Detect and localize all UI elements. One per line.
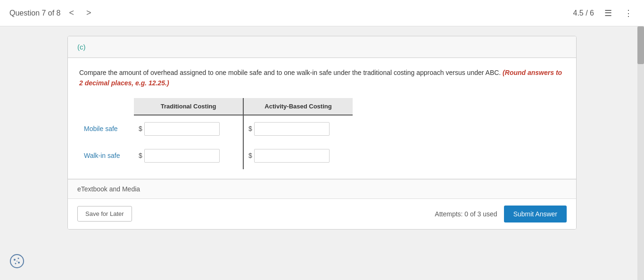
mobile-safe-abc-cell: $ — [243, 115, 353, 142]
question-card: (c) Compare the amount of overhead assig… — [67, 36, 577, 230]
prev-question-button[interactable]: < — [66, 6, 78, 20]
walkin-safe-traditional-input[interactable] — [144, 149, 220, 163]
part-label: (c) — [77, 43, 86, 51]
scrollbar-thumb[interactable] — [637, 26, 644, 64]
submit-answer-button[interactable]: Submit Answer — [504, 206, 567, 222]
top-bar: Question 7 of 8 < > 4.5 / 6 ☰ ⋮ — [0, 0, 644, 26]
question-title: Question 7 of 8 — [9, 9, 61, 17]
attempts-text: Attempts: 0 of 3 used — [435, 210, 497, 218]
walkin-safe-label: Walk-in safe — [79, 142, 134, 169]
dollar-sign-1: $ — [139, 125, 142, 132]
question-body: Compare the amount of overhead assigned … — [68, 58, 576, 179]
footer-right: Attempts: 0 of 3 used Submit Answer — [435, 206, 567, 222]
list-icon: ☰ — [604, 8, 612, 18]
costing-table: Traditional Costing Activity-Based Costi… — [79, 98, 353, 169]
walkin-safe-abc-input[interactable] — [254, 149, 330, 163]
dollar-sign-3: $ — [139, 152, 142, 159]
main-content: (c) Compare the amount of overhead assig… — [49, 26, 595, 239]
dollar-sign-2: $ — [248, 125, 252, 132]
etextbook-bar[interactable]: eTextbook and Media — [68, 179, 576, 199]
table-row: Walk-in safe $ $ — [79, 142, 353, 169]
question-nav: Question 7 of 8 < > — [9, 6, 95, 20]
dollar-sign-4: $ — [248, 152, 252, 159]
question-text: Compare the amount of overhead assigned … — [79, 67, 565, 89]
more-options-button[interactable]: ⋮ — [622, 6, 635, 20]
mobile-safe-traditional-cell: $ — [134, 115, 243, 142]
etextbook-label: eTextbook and Media — [77, 185, 140, 193]
question-main-text: Compare the amount of overhead assigned … — [79, 69, 501, 76]
col1-header: Traditional Costing — [134, 98, 243, 115]
walkin-safe-abc-cell: $ — [243, 142, 353, 169]
save-later-button[interactable]: Save for Later — [77, 206, 132, 222]
next-question-button[interactable]: > — [83, 6, 95, 20]
list-icon-button[interactable]: ☰ — [603, 6, 614, 20]
scrollbar[interactable] — [637, 26, 644, 239]
col2-header: Activity-Based Costing — [243, 98, 353, 115]
part-header: (c) — [68, 36, 576, 58]
mobile-safe-traditional-input[interactable] — [144, 122, 220, 136]
table-row: Mobile safe $ $ — [79, 115, 353, 142]
walkin-safe-traditional-cell: $ — [134, 142, 243, 169]
top-right-controls: 4.5 / 6 ☰ ⋮ — [573, 6, 635, 20]
more-icon: ⋮ — [624, 8, 633, 18]
score-display: 4.5 / 6 — [573, 9, 594, 17]
mobile-safe-abc-input[interactable] — [254, 122, 330, 136]
question-footer: Save for Later Attempts: 0 of 3 used Sub… — [68, 199, 576, 229]
mobile-safe-label: Mobile safe — [79, 115, 134, 142]
